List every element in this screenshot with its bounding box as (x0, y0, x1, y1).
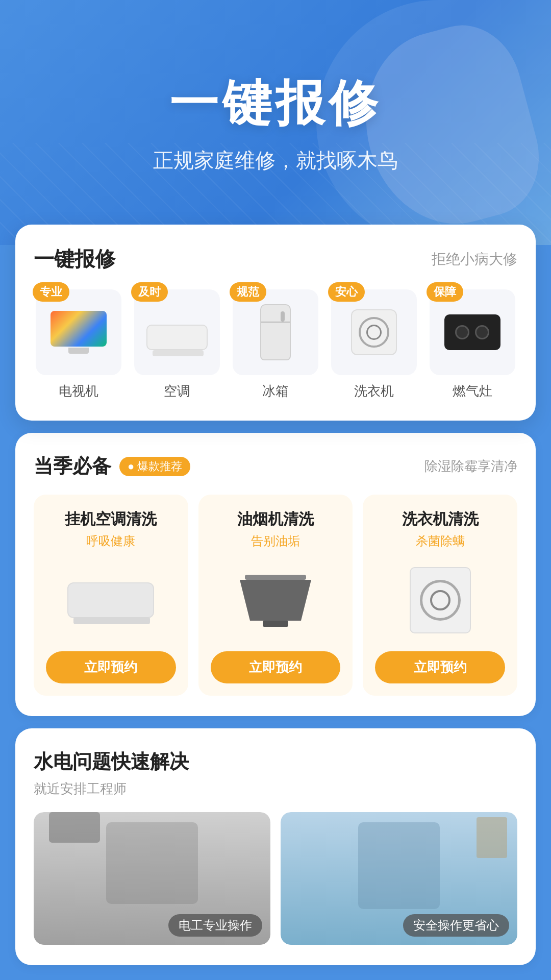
service-img-washer (389, 559, 491, 641)
plumbing-img-electrician[interactable]: 电工专业操作 (34, 812, 270, 945)
seasonal-section: 当季必备 ● 爆款推荐 除湿除霉享清净 挂机空调清洗 呼吸健康 立即预约 (15, 433, 536, 716)
seasonal-title-wrap: 当季必备 ● 爆款推荐 (34, 453, 190, 479)
book-btn-ac[interactable]: 立即预约 (46, 651, 176, 683)
badge-ac: 及时 (131, 282, 168, 302)
plumber-label: 安全操作更省心 (403, 914, 509, 937)
badge-washer: 安心 (328, 282, 365, 302)
book-btn-hood[interactable]: 立即预约 (211, 651, 341, 683)
service-name-hood: 油烟机清洗 (237, 509, 314, 530)
badge-tv: 专业 (33, 282, 69, 302)
electrician-label: 电工专业操作 (168, 914, 262, 937)
stove-icon (442, 307, 503, 358)
badge-fridge: 规范 (230, 282, 266, 302)
service-name-ac: 挂机空调清洗 (65, 509, 157, 530)
appliance-grid: 专业 电视机 及时 空调 (34, 289, 517, 400)
service-desc-hood: 告别油垢 (251, 533, 300, 549)
repair-card-header: 一键报修 拒绝小病大修 (34, 245, 517, 273)
plumbing-img-plumber[interactable]: 安全操作更省心 (281, 812, 517, 945)
service-desc-ac: 呼吸健康 (86, 533, 135, 549)
fridge-icon (245, 307, 306, 358)
appliance-item-ac[interactable]: 及时 空调 (132, 289, 222, 400)
service-item-hood-clean[interactable]: 油烟机清洗 告别油垢 立即预约 (198, 495, 353, 696)
service-img-hood (224, 559, 327, 641)
seasonal-title: 当季必备 (34, 453, 111, 479)
dot-icon: ● (128, 460, 134, 473)
appliance-label-washer: 洗衣机 (354, 382, 394, 400)
appliance-box-washer: 安心 (331, 289, 417, 375)
ac-icon (146, 307, 208, 358)
repair-card: 一键报修 拒绝小病大修 专业 电视机 (15, 225, 536, 421)
appliance-item-fridge[interactable]: 规范 冰箱 (231, 289, 321, 400)
service-item-washer-clean[interactable]: 洗衣机清洗 杀菌除螨 立即预约 (363, 495, 517, 696)
service-img-ac (60, 559, 162, 641)
plumbing-title: 水电问题快速解决 (34, 749, 517, 775)
appliance-label-stove: 燃气灶 (453, 382, 492, 400)
tv-icon (48, 307, 109, 358)
book-btn-washer[interactable]: 立即预约 (375, 651, 505, 683)
hero-title: 一键报修 (169, 71, 382, 137)
appliance-box-tv: 专业 (36, 289, 121, 375)
svg-marker-1 (240, 580, 311, 621)
plumbing-section: 水电问题快速解决 就近安排工程师 电工专业操作 安全操作更省心 (15, 728, 536, 965)
appliance-box-stove: 保障 (430, 289, 515, 375)
repair-card-subtitle: 拒绝小病大修 (432, 250, 517, 269)
plumbing-subtitle: 就近安排工程师 (34, 780, 517, 798)
hero-section: 一键报修 正规家庭维修，就找啄木鸟 (0, 0, 551, 245)
appliance-item-stove[interactable]: 保障 燃气灶 (427, 289, 517, 400)
repair-card-title: 一键报修 (34, 245, 115, 273)
hot-badge-text: 爆款推荐 (137, 459, 182, 474)
hero-subtitle: 正规家庭维修，就找啄木鸟 (153, 146, 398, 175)
svg-rect-0 (245, 575, 306, 580)
service-name-washer: 洗衣机清洗 (402, 509, 479, 530)
appliance-box-ac: 及时 (134, 289, 220, 375)
badge-stove: 保障 (427, 282, 463, 302)
service-desc-washer: 杀菌除螨 (416, 533, 465, 549)
seasonal-header: 当季必备 ● 爆款推荐 除湿除霉享清净 (34, 453, 517, 479)
appliance-item-washer[interactable]: 安心 洗衣机 (329, 289, 419, 400)
appliance-label-tv: 电视机 (59, 382, 98, 400)
service-grid: 挂机空调清洗 呼吸健康 立即预约 油烟机清洗 告别油垢 (34, 495, 517, 696)
service-item-ac-clean[interactable]: 挂机空调清洗 呼吸健康 立即预约 (34, 495, 188, 696)
washer-icon (343, 307, 405, 358)
plumbing-images: 电工专业操作 安全操作更省心 (34, 812, 517, 945)
hot-badge: ● 爆款推荐 (119, 457, 190, 476)
appliance-item-tv[interactable]: 专业 电视机 (34, 289, 124, 400)
appliance-box-fridge: 规范 (233, 289, 318, 375)
seasonal-subtitle: 除湿除霉享清净 (424, 457, 517, 475)
appliance-label-fridge: 冰箱 (262, 382, 289, 400)
svg-rect-2 (263, 621, 288, 627)
main-container: 一键报修 拒绝小病大修 专业 电视机 (0, 225, 551, 980)
appliance-label-ac: 空调 (164, 382, 190, 400)
